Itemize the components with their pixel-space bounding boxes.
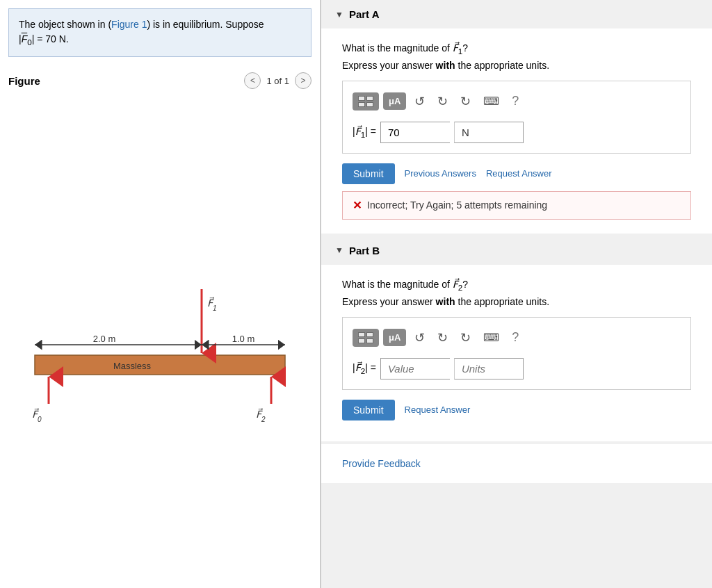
part-a-refresh-button[interactable]: ↻ xyxy=(456,91,475,112)
part-a-mu-button[interactable]: μA xyxy=(383,92,406,110)
part-b-toolbar: μA ↺ ↻ ↻ ⌨ ? xyxy=(353,327,681,348)
part-a-header: ▼ Part A xyxy=(321,0,712,28)
figure-link[interactable]: Figure 1 xyxy=(111,19,147,30)
part-a-section: ▼ Part A What is the magnitude of F⃗1? E… xyxy=(321,0,712,234)
part-b-unit-input[interactable] xyxy=(454,358,524,379)
part-b-submit-button[interactable]: Submit xyxy=(342,400,395,420)
error-icon: ✕ xyxy=(353,199,362,212)
part-a-question: What is the magnitude of F⃗1? xyxy=(342,42,691,56)
part-a-undo-button[interactable]: ↺ xyxy=(410,91,429,112)
figure-nav: < 1 of 1 > xyxy=(244,72,312,89)
part-a-keyboard-button[interactable]: ⌨ xyxy=(479,92,503,111)
part-a-content: What is the magnitude of F⃗1? Express yo… xyxy=(321,28,712,234)
part-a-request-answer-link[interactable]: Request Answer xyxy=(486,168,552,179)
figure-svg: F⃗1 2.0 m 1.0 m F⃗0 F⃗2 xyxy=(14,247,306,428)
part-b-matrix-button[interactable] xyxy=(353,329,379,347)
part-b-label: Part B xyxy=(349,245,380,256)
part-a-redo-button[interactable]: ↻ xyxy=(433,91,452,112)
part-b-input-label: |F⃗2| = xyxy=(353,362,376,375)
figure-area: Figure < 1 of 1 > F⃗1 2.0 m xyxy=(0,65,320,588)
svg-rect-0 xyxy=(35,355,285,375)
part-b-value-input[interactable] xyxy=(380,358,450,379)
provide-feedback-button[interactable]: Provide Feedback xyxy=(342,458,421,469)
part-a-answer-box: μA ↺ ↻ ↻ ⌨ ? |F⃗1| = xyxy=(342,81,691,154)
part-b-action-row: Submit Request Answer xyxy=(342,400,691,420)
figure-nav-count: 1 of 1 xyxy=(266,76,289,86)
part-b-question: What is the magnitude of F⃗2? xyxy=(342,279,691,292)
provide-feedback-section: Provide Feedback xyxy=(321,444,712,483)
svg-text:F⃗1: F⃗1 xyxy=(207,297,217,312)
part-b-arrow: ▼ xyxy=(335,245,343,255)
left-panel: The object shown in (Figure 1) is in equ… xyxy=(0,0,321,588)
part-a-toolbar: μA ↺ ↻ ↻ ⌨ ? xyxy=(353,91,681,112)
part-b-content: What is the magnitude of F⃗2? Express yo… xyxy=(321,265,712,441)
svg-text:F⃗2: F⃗2 xyxy=(256,409,266,423)
part-a-label: Part A xyxy=(349,8,380,20)
figure-title: Figure xyxy=(8,75,40,87)
part-a-arrow: ▼ xyxy=(335,10,343,19)
problem-statement: The object shown in (Figure 1) is in equ… xyxy=(8,8,312,57)
part-a-action-row: Submit Previous Answers Request Answer xyxy=(342,163,691,184)
svg-text:Massless: Massless xyxy=(113,361,152,371)
svg-text:2.0 m: 2.0 m xyxy=(93,334,116,344)
part-a-submit-button[interactable]: Submit xyxy=(342,163,395,184)
part-a-input-label: |F⃗1| = xyxy=(353,126,376,139)
right-panel: ▼ Part A What is the magnitude of F⃗1? E… xyxy=(321,0,712,588)
part-a-previous-answers-link[interactable]: Previous Answers xyxy=(405,168,476,179)
part-b-redo-button[interactable]: ↻ xyxy=(433,327,452,348)
part-b-section: ▼ Part B What is the magnitude of F⃗2? E… xyxy=(321,236,712,441)
part-a-help-button[interactable]: ? xyxy=(508,91,523,111)
part-a-value-input[interactable] xyxy=(380,122,450,143)
part-a-error-box: ✕ Incorrect; Try Again; 5 attempts remai… xyxy=(342,191,691,220)
figure-prev-button[interactable]: < xyxy=(244,72,261,89)
part-b-input-row: |F⃗2| = xyxy=(353,358,681,379)
part-a-express: Express your answer with the appropriate… xyxy=(342,60,691,71)
figure-canvas: F⃗1 2.0 m 1.0 m F⃗0 F⃗2 xyxy=(8,95,312,581)
figure-next-button[interactable]: > xyxy=(295,72,312,89)
part-b-request-answer-link[interactable]: Request Answer xyxy=(405,405,471,415)
part-a-error-text: Incorrect; Try Again; 5 attempts remaini… xyxy=(367,199,547,211)
part-b-answer-box: μA ↺ ↻ ↻ ⌨ ? |F⃗2| = xyxy=(342,317,691,390)
part-b-refresh-button[interactable]: ↻ xyxy=(456,327,475,348)
part-b-express: Express your answer with the appropriate… xyxy=(342,296,691,307)
problem-text-after-link: ) is in equilibrium. Suppose xyxy=(147,19,264,30)
svg-text:F⃗0: F⃗0 xyxy=(32,409,42,423)
part-b-undo-button[interactable]: ↺ xyxy=(410,327,429,348)
part-a-unit-input[interactable] xyxy=(454,122,524,143)
problem-equation: |F0| = 70 N. xyxy=(19,33,69,44)
figure-header: Figure < 1 of 1 > xyxy=(8,72,312,89)
part-a-matrix-button[interactable] xyxy=(353,92,379,111)
part-b-help-button[interactable]: ? xyxy=(508,327,523,348)
part-b-mu-button[interactable]: μA xyxy=(383,329,406,346)
part-b-keyboard-button[interactable]: ⌨ xyxy=(479,328,503,347)
part-a-input-row: |F⃗1| = xyxy=(353,122,681,143)
svg-text:1.0 m: 1.0 m xyxy=(232,334,255,344)
problem-text-before-link: The object shown in ( xyxy=(19,19,111,30)
part-b-header: ▼ Part B xyxy=(321,236,712,265)
